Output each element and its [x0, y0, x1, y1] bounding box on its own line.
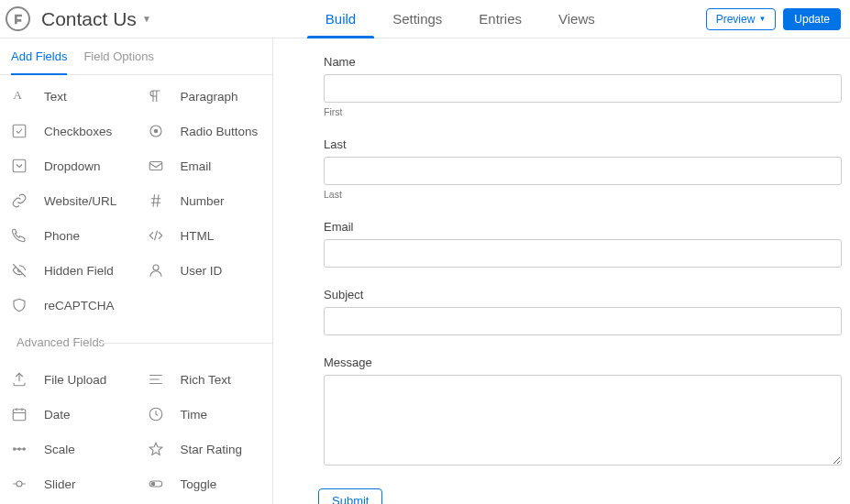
field-type-text[interactable]: AText: [0, 79, 137, 114]
field-type-shield[interactable]: reCAPTCHA: [0, 288, 137, 323]
field-type-paragraph[interactable]: Paragraph: [137, 79, 273, 114]
svg-rect-1: [13, 125, 26, 137]
email-icon: [148, 158, 164, 174]
advanced-fields-header: Advanced Fields: [0, 326, 272, 358]
caret-down-icon: ▼: [758, 15, 766, 23]
field-type-time[interactable]: Time: [137, 397, 273, 432]
form-field-subject: Subject: [324, 288, 843, 335]
sidebar: Add Fields Field Options ATextParagraphC…: [0, 38, 273, 504]
field-label: Subject: [324, 288, 843, 301]
field-type-label: Scale: [44, 443, 75, 456]
tab-field-options[interactable]: Field Options: [83, 38, 154, 74]
preview-button[interactable]: Preview▼: [706, 8, 777, 30]
field-type-label: Time: [181, 408, 208, 422]
field-type-dropdown[interactable]: Dropdown: [0, 148, 137, 183]
form-field-email: Email: [324, 220, 843, 268]
field-type-star[interactable]: Star Rating: [137, 432, 273, 466]
sidebar-tabs: Add Fields Field Options: [0, 38, 272, 75]
advanced-fields-grid: File UploadRich TextDateTimeScaleStar Ra…: [0, 358, 272, 504]
field-type-label: Radio Buttons: [181, 125, 259, 138]
app-logo: [6, 6, 30, 31]
tab-add-fields[interactable]: Add Fields: [11, 38, 67, 74]
paragraph-icon: [148, 88, 164, 104]
svg-point-12: [17, 481, 22, 487]
field-type-label: Rich Text: [181, 373, 231, 387]
svg-rect-4: [13, 159, 26, 172]
field-type-label: Star Rating: [181, 443, 243, 456]
field-type-html[interactable]: HTML: [137, 218, 273, 253]
field-type-hidden[interactable]: Hidden Field: [0, 253, 137, 288]
slider-icon: [11, 476, 28, 492]
nav-settings[interactable]: Settings: [374, 0, 460, 38]
field-type-radio[interactable]: Radio Buttons: [137, 114, 273, 148]
svg-point-14: [150, 482, 155, 487]
html-icon: [148, 227, 164, 244]
last-input[interactable]: [324, 157, 842, 185]
subject-input[interactable]: [324, 307, 842, 335]
svg-rect-5: [149, 162, 162, 170]
nav-build[interactable]: Build: [307, 0, 374, 38]
shield-icon: [11, 297, 28, 313]
title-dropdown-icon: ▼: [142, 14, 151, 24]
field-type-label: HTML: [181, 229, 215, 243]
main-nav: Build Settings Entries Views: [307, 0, 613, 38]
update-button[interactable]: Update: [783, 8, 841, 30]
message-input[interactable]: [324, 375, 842, 466]
field-type-label: Toggle: [181, 477, 217, 491]
field-sublabel: First: [324, 106, 843, 117]
star-icon: [148, 441, 164, 457]
field-type-number[interactable]: Number: [137, 183, 273, 218]
field-type-email[interactable]: Email: [137, 148, 273, 183]
form-canvas: NameFirstLastLastEmailSubjectMessage Sub…: [273, 38, 850, 504]
checkbox-icon: [11, 123, 28, 139]
name-input[interactable]: [324, 74, 842, 103]
form-field-name: NameFirst: [324, 55, 843, 117]
form-field-last: LastLast: [324, 137, 843, 200]
link-icon: [11, 192, 28, 209]
header: Contact Us ▼ Build Settings Entries View…: [0, 0, 850, 38]
basic-fields-grid: ATextParagraphCheckboxesRadio ButtonsDro…: [0, 75, 272, 326]
field-type-user[interactable]: User ID: [137, 253, 273, 288]
field-type-label: Hidden Field: [44, 264, 114, 278]
field-type-scale[interactable]: Scale: [0, 432, 137, 466]
svg-point-6: [153, 265, 159, 270]
text-icon: A: [11, 88, 28, 104]
dropdown-icon: [11, 158, 28, 174]
field-type-richtext[interactable]: Rich Text: [137, 362, 273, 397]
field-type-upload[interactable]: File Upload: [0, 362, 137, 397]
date-icon: [11, 406, 28, 422]
header-actions: Preview▼ Update: [706, 8, 843, 30]
field-type-label: Phone: [44, 229, 80, 243]
field-type-label: reCAPTCHA: [44, 299, 115, 312]
svg-rect-7: [13, 410, 26, 421]
field-type-label: Dropdown: [44, 159, 101, 173]
email-input[interactable]: [324, 239, 842, 268]
field-type-label: Email: [181, 159, 212, 173]
field-type-slider[interactable]: Slider: [0, 466, 137, 501]
field-type-label: Checkboxes: [44, 125, 112, 138]
form-field-message: Message: [324, 356, 843, 468]
field-label: Message: [324, 356, 843, 369]
submit-button[interactable]: Submit: [318, 488, 382, 504]
richtext-icon: [148, 371, 164, 388]
upload-icon: [11, 371, 28, 388]
field-type-date[interactable]: Date: [0, 397, 137, 432]
svg-point-3: [153, 129, 158, 134]
field-type-label: Paragraph: [181, 90, 238, 104]
phone-icon: [11, 227, 28, 244]
nav-views[interactable]: Views: [540, 0, 613, 38]
field-type-checkbox[interactable]: Checkboxes: [0, 114, 137, 148]
number-icon: [148, 192, 164, 209]
field-type-label: Date: [44, 408, 71, 422]
hidden-icon: [11, 262, 28, 279]
radio-icon: [148, 123, 164, 139]
field-type-link[interactable]: Website/URL: [0, 183, 137, 218]
time-icon: [148, 406, 164, 422]
page-title[interactable]: Contact Us ▼: [41, 8, 151, 30]
field-type-label: Number: [181, 194, 225, 208]
field-type-label: User ID: [181, 264, 223, 278]
field-type-toggle[interactable]: Toggle: [137, 466, 273, 501]
field-type-phone[interactable]: Phone: [0, 218, 137, 253]
nav-entries[interactable]: Entries: [460, 0, 540, 38]
field-type-label: Text: [44, 90, 67, 104]
